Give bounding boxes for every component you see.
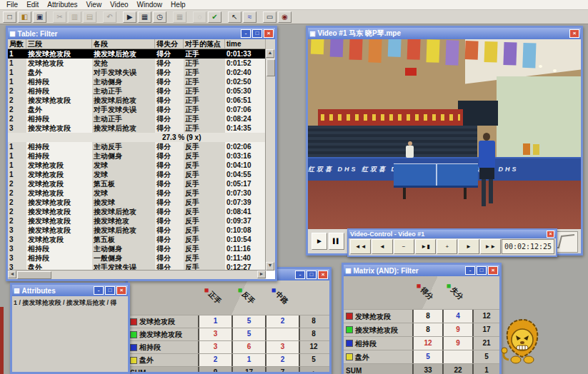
menu-item-attributes[interactable]: Attributes: [43, 0, 81, 10]
maximize-button[interactable]: □: [307, 271, 317, 279]
matrix-window[interactable]: ▦ - □ × ◆正手◆反手◆中路 发球抢攻段1528接发球抢攻段358相持段3…: [126, 267, 332, 374]
step-forward-button[interactable]: ►: [458, 239, 479, 254]
close-button[interactable]: ×: [264, 29, 274, 38]
attributes-titlebar[interactable]: ▤ Attributes - □ ×: [12, 285, 128, 296]
matrix-cell: 3: [198, 341, 231, 353]
scroll-down-button[interactable]: ▼: [266, 262, 274, 271]
table-row[interactable]: 2相持段主动正手得分正手0:08:24: [8, 114, 275, 123]
open-file-button[interactable]: ◧: [18, 11, 31, 23]
vertical-scrollbar[interactable]: ▲ ▼: [265, 49, 275, 271]
close-button[interactable]: ×: [318, 271, 328, 279]
column-header[interactable]: time: [225, 39, 266, 49]
table-row[interactable]: 2接发球抢攻段接发球后抢攻得分正手0:06:51: [8, 96, 275, 105]
video-clip-button[interactable]: ▶: [123, 11, 136, 23]
scroll-left-button[interactable]: ◄: [8, 271, 16, 278]
table-filter-window[interactable]: ▦ Table: Filter - □ × 局数三段各段得失分对手的落点time…: [6, 26, 277, 281]
menu-item-edit[interactable]: Edit: [22, 0, 43, 10]
table-row[interactable]: 2发球抢攻段第五板得分反手0:05:17: [8, 179, 275, 188]
minimize-button[interactable]: -: [295, 271, 305, 279]
play-pause-button[interactable]: ►▮: [415, 239, 436, 254]
maximize-button[interactable]: □: [477, 266, 487, 275]
column-header[interactable]: 对手的落点: [184, 39, 225, 49]
attributes-window[interactable]: ▤ Attributes - □ × 1 / 接发球抢攻段 / 接发球后抢攻 /…: [10, 283, 130, 374]
fast-rewind-button[interactable]: ◄◄: [350, 239, 371, 254]
fast-forward-button[interactable]: ►►: [480, 239, 501, 254]
pause-button[interactable]: ▌▌: [329, 233, 344, 250]
menu-item-video[interactable]: Video: [106, 0, 132, 10]
video-control-window[interactable]: Video-Control - Video #1 × ◄◄◄−►▮+►►►00:…: [347, 228, 557, 257]
table-row[interactable]: 2盘外对手发球失误得分正手0:07:06: [8, 105, 275, 114]
table-row[interactable]: 1相持段主动侧身得分反手0:03:16: [8, 151, 275, 161]
table-row[interactable]: 1发球抢攻段发球得分反手0:04:55: [8, 170, 275, 179]
curve-button[interactable]: ≈: [243, 11, 256, 23]
video-control-titlebar[interactable]: Video-Control - Video #1 ×: [349, 230, 556, 238]
menu-item-file[interactable]: File: [2, 0, 22, 10]
attribute-entry[interactable]: 1 / 接发球抢攻段 / 接发球后抢攻 / 得: [12, 296, 128, 310]
table-row[interactable]: 2接发球抢攻段接发球得分反手0:07:39: [8, 198, 275, 207]
close-button[interactable]: ×: [116, 286, 126, 295]
new-file-button[interactable]: □: [3, 11, 16, 23]
close-button[interactable]: ×: [488, 266, 498, 275]
table-row[interactable]: 3发球抢攻段第五板得分反手0:10:54: [8, 235, 275, 244]
table-row[interactable]: 1相持段主动反手得分反手0:02:06: [8, 142, 275, 151]
plus-button[interactable]: +: [437, 239, 457, 254]
save-file-button[interactable]: ▣: [33, 11, 46, 23]
table-row[interactable]: 1发球抢攻段发抢得分正手0:01:52: [8, 59, 275, 68]
maximize-button[interactable]: □: [105, 286, 115, 295]
table-row[interactable]: 1盘外对手发球失误得分正手0:02:40: [8, 68, 275, 77]
column-header[interactable]: 各段: [92, 39, 155, 49]
matrix-and-titlebar[interactable]: ▦ Matrix (AND): Filter - □ ×: [344, 265, 499, 276]
minus-button[interactable]: −: [394, 239, 414, 254]
film-strip-button[interactable]: ▦: [138, 11, 151, 23]
matrix-and-window[interactable]: ▦ Matrix (AND): Filter - □ × ◆得分◆失分 发球抢攻…: [342, 263, 502, 374]
check-button[interactable]: ✔: [208, 11, 221, 23]
pennant-flag: [368, 39, 382, 63]
monitor-button[interactable]: ▭: [263, 11, 276, 23]
scroll-up-button[interactable]: ▲: [266, 49, 274, 58]
table-row[interactable]: 1发球抢攻段发球得分反手0:04:10: [8, 161, 275, 170]
maximize-button[interactable]: □: [252, 29, 262, 38]
menu-item-window[interactable]: Window: [133, 0, 167, 10]
table-cell: 正手: [184, 105, 225, 114]
table-row[interactable]: 1接发球抢攻段接发球后抢攻得分正手0:01:33: [8, 49, 275, 59]
table-window-titlebar[interactable]: ▦ Table: Filter - □ ×: [8, 28, 275, 39]
table-cell: 得分: [155, 49, 184, 59]
play-button[interactable]: ►: [312, 233, 327, 250]
close-button[interactable]: ×: [569, 29, 579, 38]
menu-item-view[interactable]: View: [82, 0, 106, 10]
video-window[interactable]: ▣ Video #1 马东 晓P琴.mpe × 红双喜 DHS 红双喜 DHS …: [306, 26, 583, 256]
matrix-row-name: 接发球抢攻段: [355, 324, 398, 336]
matrix-cell: 5: [231, 328, 265, 340]
table-row[interactable]: 2发球抢攻段发球得分反手0:07:30: [8, 188, 275, 198]
video-window-titlebar[interactable]: ▣ Video #1 马东 晓P琴.mpe ×: [308, 28, 581, 39]
close-button[interactable]: ×: [547, 231, 554, 238]
horizontal-scrollbar[interactable]: ◄ ►: [8, 270, 266, 279]
table-row[interactable]: 2相持段主动正手得分正手0:05:30: [8, 86, 275, 96]
minimize-button[interactable]: -: [94, 286, 104, 295]
cursor-button[interactable]: ↖: [228, 11, 241, 23]
matrix-cell: 7: [265, 367, 299, 372]
lion-mascot[interactable]: [499, 315, 546, 370]
column-header[interactable]: 局数: [8, 39, 26, 49]
table-row[interactable]: 3接发球抢攻段接发球后抢攻得分正手0:14:35: [8, 123, 275, 133]
minimize-button[interactable]: -: [241, 29, 251, 38]
scroll-thumb[interactable]: [17, 271, 51, 279]
table-cell: 接发球抢攻段: [26, 207, 92, 216]
clock-button[interactable]: ◷: [153, 11, 166, 23]
minimize-button[interactable]: -: [465, 266, 475, 275]
table-row[interactable]: 3相持段一般侧身得分反手0:11:40: [8, 253, 275, 263]
camera-button[interactable]: ◉: [278, 11, 291, 23]
column-header[interactable]: 三段: [26, 39, 92, 49]
matrix-row-label: 相持段: [344, 337, 412, 350]
scroll-right-button[interactable]: ►: [257, 271, 266, 278]
step-back-button[interactable]: ◄: [372, 239, 392, 254]
table-row[interactable]: 2接发球抢攻段接发球抢攻得分反手0:09:37: [8, 216, 275, 226]
table-row[interactable]: 3相持段主动侧身得分反手0:11:16: [8, 244, 275, 253]
table-row[interactable]: 1相持段主动侧身得分正手0:02:50: [8, 77, 275, 86]
matrix-row-name: 接发球抢攻段: [139, 329, 182, 340]
table-row[interactable]: 2接发球抢攻段接发球后抢攻得分反手0:08:41: [8, 207, 275, 216]
menu-item-help[interactable]: Help: [166, 0, 190, 10]
scroll-thumb[interactable]: [266, 59, 275, 76]
column-header[interactable]: 得失分: [155, 39, 184, 49]
table-row[interactable]: 3接发球抢攻段接发球后抢攻得分反手0:10:08: [8, 226, 275, 235]
